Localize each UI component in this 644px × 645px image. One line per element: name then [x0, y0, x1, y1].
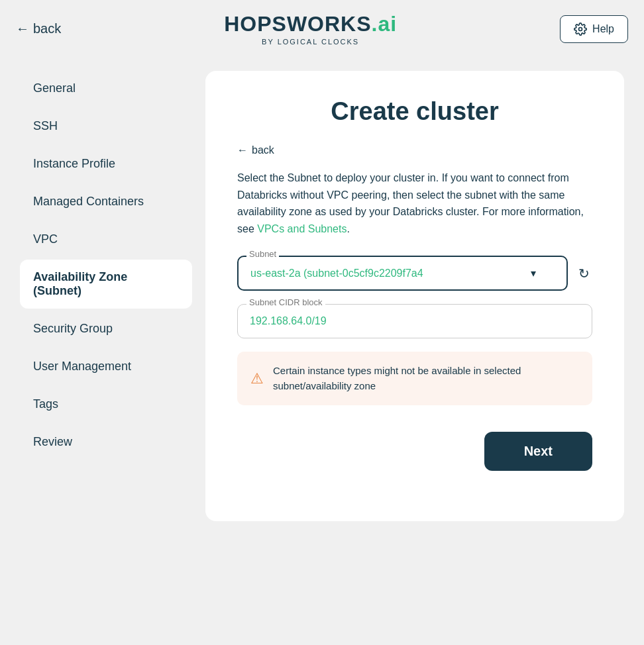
subnet-field-group: Subnet us-east-2a (subnet-0c5cf9c2209f7a…: [237, 256, 592, 291]
refresh-button[interactable]: ↻: [576, 263, 592, 284]
vpcs-subnets-link[interactable]: VPCs and Subnets: [257, 223, 347, 234]
gear-icon: [574, 23, 587, 36]
logo-text: HOPSWORKS.ai: [224, 12, 397, 36]
sidebar-item-ssh[interactable]: SSH: [20, 109, 192, 144]
svg-point-0: [579, 27, 582, 30]
top-navigation: ← back HOPSWORKS.ai BY LOGICAL CLOCKS He…: [0, 0, 644, 58]
top-back-link[interactable]: ← back: [16, 21, 61, 36]
back-arrow-icon: ←: [16, 21, 29, 36]
help-button[interactable]: Help: [560, 15, 628, 43]
warning-box: ⚠ Certain instance types might not be av…: [237, 352, 592, 405]
subnet-select[interactable]: us-east-2a (subnet-0c5cf9c2209f7a4: [237, 256, 568, 291]
content-card: Create cluster ← back Select the Subnet …: [205, 71, 624, 521]
cidr-label: Subnet CIDR block: [246, 297, 325, 307]
sidebar-item-general[interactable]: General: [20, 71, 192, 106]
sidebar-item-tags[interactable]: Tags: [20, 387, 192, 422]
help-label: Help: [592, 23, 614, 35]
subnet-select-container: Subnet us-east-2a (subnet-0c5cf9c2209f7a…: [237, 256, 568, 291]
subnet-select-wrapper: us-east-2a (subnet-0c5cf9c2209f7a4 ▾: [237, 256, 568, 291]
page-title: Create cluster: [237, 97, 592, 126]
sidebar-item-security-group[interactable]: Security Group: [20, 311, 192, 346]
sidebar: General SSH Instance Profile Managed Con…: [20, 71, 192, 460]
sidebar-item-managed-containers[interactable]: Managed Containers: [20, 184, 192, 219]
warning-text: Certain instance types might not be avai…: [273, 364, 579, 393]
sidebar-item-availability-zone[interactable]: Availability Zone (Subnet): [20, 260, 192, 309]
cidr-input[interactable]: [237, 304, 592, 338]
logo: HOPSWORKS.ai BY LOGICAL CLOCKS: [224, 12, 397, 46]
sidebar-item-instance-profile[interactable]: Instance Profile: [20, 146, 192, 181]
cidr-field-group: Subnet CIDR block: [237, 304, 592, 338]
refresh-icon: ↻: [578, 266, 590, 281]
sidebar-item-review[interactable]: Review: [20, 424, 192, 460]
next-button[interactable]: Next: [484, 432, 592, 471]
sidebar-item-user-management[interactable]: User Management: [20, 349, 192, 384]
inner-back-link[interactable]: ← back: [237, 144, 592, 156]
logo-subtitle: BY LOGICAL CLOCKS: [224, 38, 397, 46]
sidebar-item-vpc[interactable]: VPC: [20, 222, 192, 257]
inner-back-arrow-icon: ←: [237, 144, 248, 156]
subnet-label: Subnet: [246, 249, 279, 259]
inner-back-label: back: [252, 144, 274, 156]
warning-triangle-icon: ⚠: [250, 370, 264, 387]
top-back-label: back: [33, 21, 61, 36]
description: Select the Subnet to deploy your cluster…: [237, 170, 592, 237]
main-layout: General SSH Instance Profile Managed Con…: [0, 58, 644, 534]
